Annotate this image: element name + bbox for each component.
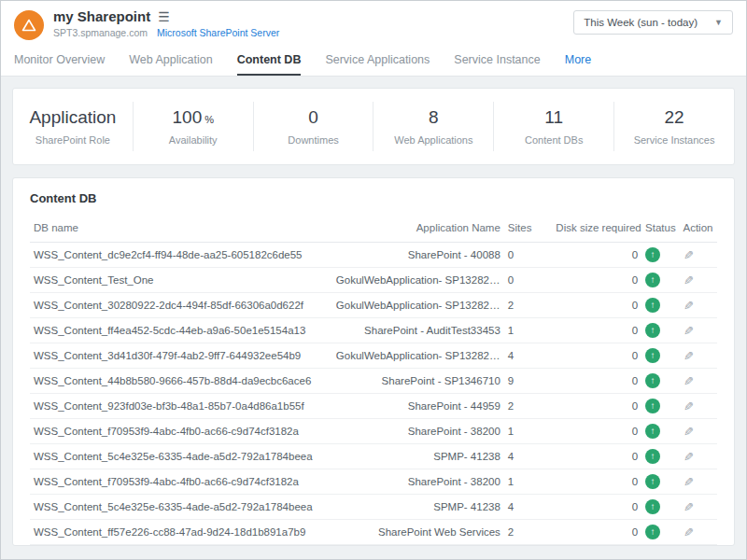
status-up-icon: ↑ bbox=[645, 247, 660, 262]
cell-status: ↑ bbox=[641, 469, 679, 495]
cell-disk-size: 0 bbox=[552, 394, 641, 419]
status-up-icon: ↑ bbox=[645, 323, 660, 338]
cell-status: ↑ bbox=[641, 293, 679, 318]
edit-pencil-icon[interactable]: ✎ bbox=[684, 248, 694, 262]
monitor-identity: my Sharepoint ☰ SPT3.spmanage.com Micros… bbox=[14, 8, 279, 40]
cell-sites: 4 bbox=[504, 495, 553, 520]
table-row: WSS_Content_923fd03e-bf3b-48a1-85b7-0a4d… bbox=[30, 394, 717, 419]
column-sites: Sites bbox=[504, 215, 553, 243]
time-range-dropdown[interactable]: This Week (sun - today) ▼ bbox=[573, 10, 733, 35]
cell-db-name: WSS_Content_dc9e2cf4-ff94-48de-aa25-6051… bbox=[30, 243, 332, 268]
cell-status: ↑ bbox=[641, 318, 679, 343]
cell-application-name: SharePoint - 38200 bbox=[332, 469, 504, 495]
cell-sites: 2 bbox=[504, 394, 553, 419]
stat-value: 0 bbox=[308, 107, 318, 128]
table-row: WSS_Content_5c4e325e-6335-4ade-a5d2-792a… bbox=[30, 495, 717, 520]
stat-sharepoint-role: Application SharePoint Role bbox=[13, 102, 133, 151]
status-up-icon: ↑ bbox=[645, 449, 660, 464]
cell-application-name: SharePoint Web Services bbox=[332, 520, 504, 545]
edit-pencil-icon[interactable]: ✎ bbox=[684, 349, 694, 363]
cell-application-name: SharePoint - AuditTest33453 bbox=[332, 318, 504, 343]
edit-pencil-icon[interactable]: ✎ bbox=[684, 500, 694, 514]
time-range-value: This Week (sun - today) bbox=[584, 17, 698, 28]
cell-sites: 4 bbox=[504, 444, 553, 469]
stat-availability: 100% Availability bbox=[133, 102, 253, 151]
cell-sites: 1 bbox=[504, 318, 553, 343]
cell-application-name: SharePoint - 38200 bbox=[332, 419, 504, 444]
cell-status: ↑ bbox=[641, 495, 679, 520]
stat-content-dbs: 11 Content DBs bbox=[493, 102, 613, 151]
status-up-icon: ↑ bbox=[645, 298, 660, 313]
stat-value: Application bbox=[29, 107, 116, 128]
app-header: my Sharepoint ☰ SPT3.spmanage.com Micros… bbox=[1, 1, 746, 46]
tab-service-instance[interactable]: Service Instance bbox=[454, 46, 540, 76]
cell-status: ↑ bbox=[641, 369, 679, 394]
stat-label: Web Applications bbox=[394, 134, 472, 146]
stat-value: 8 bbox=[429, 107, 439, 128]
edit-pencil-icon[interactable]: ✎ bbox=[684, 399, 694, 413]
cell-action: ✎ bbox=[680, 444, 718, 469]
stat-downtimes: 0 Downtimes bbox=[253, 102, 374, 151]
cell-sites: 2 bbox=[504, 293, 553, 318]
edit-pencil-icon[interactable]: ✎ bbox=[684, 299, 694, 313]
edit-pencil-icon[interactable]: ✎ bbox=[684, 374, 694, 388]
status-up-icon: ↑ bbox=[645, 348, 660, 363]
cell-db-name: WSS_Content_5c4e325e-6335-4ade-a5d2-792a… bbox=[30, 495, 332, 520]
stat-value: 100% bbox=[173, 107, 214, 128]
cell-sites: 0 bbox=[504, 268, 553, 293]
table-row: WSS_Content_Test_OneGokulWebApplication-… bbox=[30, 268, 717, 293]
cell-disk-size: 0 bbox=[552, 469, 641, 495]
cell-disk-size: 0 bbox=[552, 545, 641, 547]
cell-disk-size: 0 bbox=[552, 343, 641, 369]
cell-application-name: SPMP- 41238 bbox=[332, 444, 504, 469]
cell-db-name: WSS_Content_f70953f9-4abc-4fb0-ac66-c9d7… bbox=[30, 419, 332, 444]
cell-db-name: WSS_Content_3d41d30f-479f-4ab2-9ff7-6449… bbox=[30, 343, 332, 369]
cell-action: ✎ bbox=[680, 343, 718, 369]
tab-web-application[interactable]: Web Application bbox=[129, 46, 212, 76]
cell-application-name: SharePoint - SP1346710 bbox=[332, 369, 504, 394]
column-action: Action bbox=[680, 215, 718, 243]
cell-db-name: WSS_Content_ff4ea452-5cdc-44eb-a9a6-50e1… bbox=[30, 318, 332, 343]
content-db-table: DB name Application Name Sites Disk size… bbox=[30, 215, 717, 546]
edit-pencil-icon[interactable]: ✎ bbox=[684, 525, 694, 539]
edit-pencil-icon[interactable]: ✎ bbox=[684, 324, 694, 338]
hamburger-menu-icon[interactable]: ☰ bbox=[158, 10, 170, 23]
cell-sites: 4 bbox=[504, 343, 553, 369]
cell-action: ✎ bbox=[680, 369, 718, 394]
sharepoint-monitor-icon bbox=[14, 10, 44, 40]
cell-action: ✎ bbox=[680, 394, 718, 419]
status-up-icon: ↑ bbox=[645, 424, 660, 439]
page-body: Application SharePoint Role 100% Availab… bbox=[1, 77, 746, 559]
stat-service-instances: 22 Service Instances bbox=[613, 102, 734, 151]
column-db-name: DB name bbox=[30, 215, 332, 243]
edit-pencil-icon[interactable]: ✎ bbox=[684, 450, 694, 464]
cell-status: ↑ bbox=[641, 520, 679, 545]
stat-value: 11 bbox=[544, 107, 563, 128]
table-row: WSS_Content_30280922-2dc4-494f-85df-6630… bbox=[30, 293, 717, 318]
cell-action: ✎ bbox=[680, 545, 718, 547]
content-db-title: Content DB bbox=[30, 191, 717, 205]
edit-pencil-icon[interactable]: ✎ bbox=[684, 475, 694, 489]
tab-content-db[interactable]: Content DB bbox=[237, 46, 302, 76]
cell-sites: 0 bbox=[504, 243, 553, 268]
tab-service-applications[interactable]: Service Applications bbox=[325, 46, 430, 76]
status-up-icon: ↑ bbox=[645, 373, 660, 388]
edit-pencil-icon[interactable]: ✎ bbox=[684, 425, 694, 439]
cell-sites: 2 bbox=[504, 520, 553, 545]
cell-status: ↑ bbox=[641, 343, 679, 369]
cell-db-name: WSS_Content_Test_One bbox=[30, 268, 332, 293]
status-up-icon: ↑ bbox=[645, 499, 660, 514]
tab-monitor-overview[interactable]: Monitor Overview bbox=[14, 46, 105, 76]
table-row: WSS_Content_ff4ea452-5cdc-44eb-a9a6-50e1… bbox=[30, 318, 717, 343]
tab-more[interactable]: More bbox=[565, 46, 591, 76]
table-row: WSS_Content_5c4e325e-6335-4ade-a5d2-792a… bbox=[30, 444, 717, 469]
cell-db-name: WSS_Content_Gokul bbox=[30, 545, 332, 547]
cell-sites: 1 bbox=[504, 419, 553, 444]
cell-disk-size: 0 bbox=[552, 369, 641, 394]
table-row: WSS_Content_f70953f9-4abc-4fb0-ac66-c9d7… bbox=[30, 419, 717, 444]
cell-disk-size: 0 bbox=[552, 520, 641, 545]
server-type-link[interactable]: Microsoft SharePoint Server bbox=[157, 27, 279, 38]
edit-pencil-icon[interactable]: ✎ bbox=[684, 273, 694, 287]
stat-label: Downtimes bbox=[288, 134, 338, 146]
cell-disk-size: 0 bbox=[552, 268, 641, 293]
